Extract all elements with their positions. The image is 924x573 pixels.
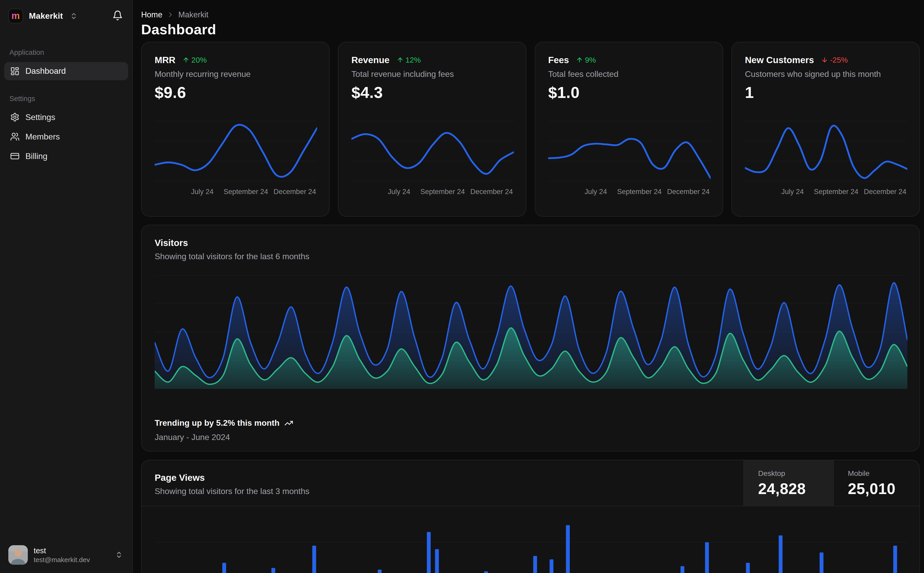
stat-subtitle: Total fees collected [548,69,709,79]
settings-icon [10,113,19,122]
page-views-header: Page Views Showing total visitors for th… [142,460,919,506]
sparkline-chart [351,118,513,184]
stat-value: $9.6 [155,83,316,102]
sparkline-x-labels: July 24 September 24 December 24 [351,188,513,197]
stat-card-revenue: Revenue 12% Total revenue including fees… [338,42,526,216]
sidebar: m Makerkit Application Dashboard Setting… [0,0,133,573]
tab-mobile[interactable]: Mobile 25,010 [833,460,919,506]
sparkline-x-labels: July 24 September 24 December 24 [745,188,906,197]
makerkit-logo: m [8,9,23,23]
arrow-up-icon [397,56,404,63]
visitors-card: Visitors Showing total visitors for the … [141,225,920,451]
stat-card-new-customers: New Customers -25% Customers who signed … [731,42,920,216]
stat-title: Revenue [351,55,390,65]
stat-delta: 12% [397,56,421,64]
sidebar-section: Settings Settings Members Billing [4,94,128,166]
sparkline-chart [548,118,709,184]
credit-card-icon [10,152,19,161]
sidebar-section-label: Application [4,48,128,56]
page-views-chart [155,519,906,573]
arrow-up-icon [182,56,190,63]
sidebar-item-members[interactable]: Members [4,128,128,146]
stat-card-fees: Fees 9% Total fees collected $1.0 July 2… [535,42,723,216]
avatar [8,545,28,565]
trending-up-icon [284,419,293,427]
chevron-right-icon [166,11,174,19]
sidebar-section: Application Dashboard [4,48,128,80]
stat-title: Fees [548,55,569,65]
page-views-card: Page Views Showing total visitors for th… [141,460,920,573]
user-menu[interactable]: test test@makerkit.dev [4,543,128,567]
stat-title: MRR [155,55,176,65]
users-icon [10,132,19,141]
visitors-title: Visitors [155,238,906,248]
workspace-name: Makerkit [29,11,63,21]
stat-delta: -25% [821,56,848,64]
stat-delta: 20% [182,56,207,64]
breadcrumb-current: Makerkit [178,10,209,19]
sparkline-x-labels: July 24 September 24 December 24 [548,188,709,197]
stat-value: $1.0 [548,83,709,102]
user-email: test@makerkit.dev [33,556,90,564]
stat-title: New Customers [745,55,814,65]
stat-value: $4.3 [351,83,513,102]
breadcrumb-home[interactable]: Home [141,10,162,19]
tab-desktop[interactable]: Desktop 24,828 [744,460,833,506]
stat-subtitle: Total revenue including fees [351,69,513,79]
stat-value: 1 [745,83,906,102]
stat-subtitle: Customers who signed up this month [745,69,906,79]
visitors-chart [155,275,906,388]
sidebar-item-label: Settings [25,113,55,122]
main-content: Home Makerkit Dashboard MRR 20% Monthly … [133,0,924,573]
stat-subtitle: Monthly recurring revenue [155,69,316,79]
sparkline-chart [155,118,316,184]
app: m Makerkit Application Dashboard Setting… [0,0,924,573]
workspace-selector[interactable]: m Makerkit [4,8,128,23]
layout-dashboard-icon [10,66,19,76]
stat-grid: MRR 20% Monthly recurring revenue $9.6 J… [141,42,920,216]
sidebar-item-dashboard[interactable]: Dashboard [4,62,128,80]
sidebar-sections: Application Dashboard Settings Settings … [4,23,128,165]
stat-card-mrr: MRR 20% Monthly recurring revenue $9.6 J… [141,42,329,216]
chevrons-up-down-icon [70,12,78,20]
sidebar-item-settings[interactable]: Settings [4,108,128,126]
page-title: Dashboard [141,22,920,37]
visitors-subtitle: Showing total visitors for the last 6 mo… [155,252,906,261]
stat-delta: 9% [576,56,596,64]
breadcrumb: Home Makerkit [141,9,920,20]
visitors-period: January - June 2024 [155,432,293,442]
visitors-trend: Trending up by 5.2% this month [155,418,293,428]
arrow-down-icon [821,56,828,63]
notifications-bell-icon[interactable] [112,10,123,23]
sparkline-chart [745,118,906,184]
sidebar-item-billing[interactable]: Billing [4,147,128,165]
arrow-up-icon [576,56,583,63]
sidebar-item-label: Billing [25,152,47,161]
page-views-tabs: Desktop 24,828 Mobile 25,010 [744,460,919,506]
sidebar-section-label: Settings [4,94,128,103]
sidebar-item-label: Members [25,132,60,142]
chevrons-up-down-icon [115,551,123,559]
user-name: test [33,546,90,555]
sparkline-x-labels: July 24 September 24 December 24 [155,188,316,197]
sidebar-item-label: Dashboard [25,66,66,76]
